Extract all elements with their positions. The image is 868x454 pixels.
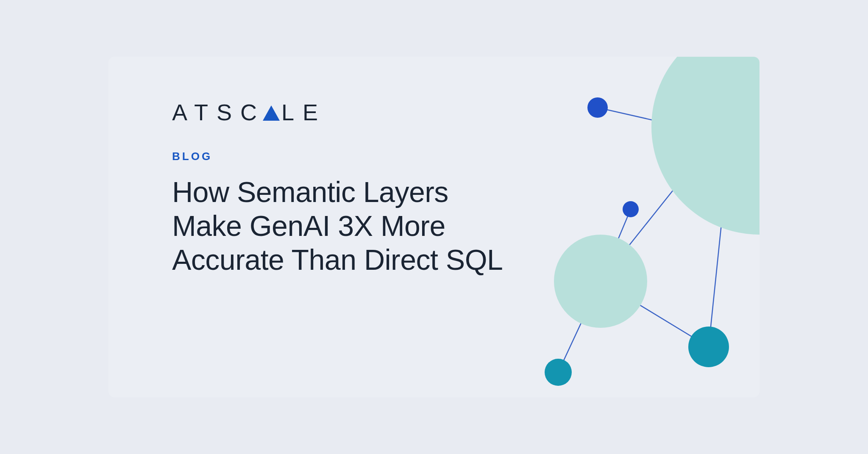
node-small-top: [587, 97, 608, 118]
edge: [601, 167, 692, 281]
category-label: BLOG: [172, 150, 520, 163]
node-small-mid: [623, 201, 639, 217]
brand-triangle-icon: [263, 105, 280, 121]
graph-edges: [558, 108, 726, 372]
node-bottom-right: [688, 327, 729, 367]
node-big-circle: [651, 57, 760, 235]
node-mid-circle: [554, 235, 647, 328]
edge: [558, 281, 601, 372]
brand-text-left: ATSC: [172, 99, 265, 125]
page-background: ATSCLE BLOG How Semantic Layers Make Gen…: [0, 0, 868, 454]
edge: [601, 281, 709, 347]
edge: [601, 209, 631, 281]
brand-text-right: LE: [281, 99, 326, 125]
brand-logo: ATSCLE: [172, 99, 520, 125]
node-bottom-left: [545, 359, 572, 386]
edge: [709, 184, 726, 347]
brand-wordmark: ATSCLE: [172, 99, 326, 125]
blog-card: ATSCLE BLOG How Semantic Layers Make Gen…: [108, 57, 760, 397]
content-block: ATSCLE BLOG How Semantic Layers Make Gen…: [172, 99, 520, 277]
post-title: How Semantic Layers Make GenAI 3X More A…: [172, 175, 520, 277]
edge: [598, 108, 700, 131]
